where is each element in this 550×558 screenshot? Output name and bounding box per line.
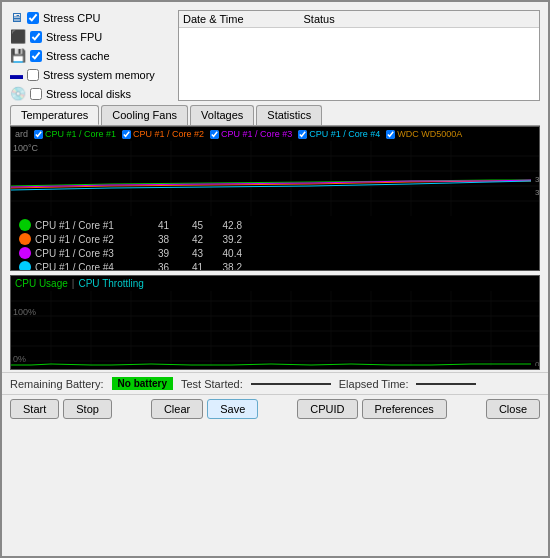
stress-memory-label: Stress system memory: [43, 69, 155, 81]
tab-cooling-fans[interactable]: Cooling Fans: [101, 105, 188, 125]
core1-cur: 42.8: [207, 220, 242, 231]
stress-disk-checkbox[interactable]: [30, 88, 42, 100]
legend-core2-label: CPU #1 / Core #2: [133, 129, 204, 139]
table-row: CPU #1 / Core #1 41 45 42.8: [15, 218, 539, 232]
core2-min: 38: [139, 234, 169, 245]
legend-core3: CPU #1 / Core #3: [210, 129, 292, 139]
stress-memory-checkbox[interactable]: [27, 69, 39, 81]
close-button[interactable]: Close: [486, 399, 540, 419]
table-row: CPU #1 / Core #3 39 43 40.4: [15, 246, 539, 260]
test-started-value: [251, 383, 331, 385]
legend-core1-check[interactable]: [34, 130, 43, 139]
test-started-label: Test Started:: [181, 378, 243, 390]
cpu-chart-svg: 0%: [11, 291, 539, 366]
stop-button[interactable]: Stop: [63, 399, 112, 419]
cpu-usage-label: CPU Usage: [15, 278, 68, 289]
log-col2: Status: [304, 13, 335, 25]
core4-cur: 38.2: [207, 262, 242, 272]
core3-max: 43: [173, 248, 203, 259]
tab-statistics[interactable]: Statistics: [256, 105, 322, 125]
stress-memory-item: ▬ Stress system memory: [10, 67, 170, 82]
core3-icon: [19, 247, 31, 259]
stress-cpu-label: Stress CPU: [43, 12, 100, 24]
cpu-usage-title: CPU Usage | CPU Throttling: [11, 276, 539, 291]
temp-chart-area: 100°C: [11, 141, 539, 216]
cpu-chart-area: 100% 0%: [11, 291, 539, 366]
elapsed-label: Elapsed Time:: [339, 378, 409, 390]
core1-max: 45: [173, 220, 203, 231]
legend-core1: CPU #1 / Core #1: [34, 129, 116, 139]
cpu-throttling-label: CPU Throttling: [78, 278, 143, 289]
log-header: Date & Time Status: [179, 11, 539, 28]
legend-core2-check[interactable]: [122, 130, 131, 139]
legend-core2: CPU #1 / Core #2: [122, 129, 204, 139]
battery-value: No battery: [112, 377, 173, 390]
legend-core3-check[interactable]: [210, 130, 219, 139]
table-row: CPU #1 / Core #2 38 42 39.2: [15, 232, 539, 246]
temp-chart-svg: 39 39: [11, 141, 539, 216]
legend-wdc: WDC WD5000A: [386, 129, 462, 139]
preferences-button[interactable]: Preferences: [362, 399, 447, 419]
svg-text:39: 39: [535, 175, 539, 184]
elapsed-value: [416, 383, 476, 385]
legend-wdc-label: WDC WD5000A: [397, 129, 462, 139]
save-button[interactable]: Save: [207, 399, 258, 419]
log-body: [179, 28, 539, 100]
cache-icon: 💾: [10, 48, 26, 63]
cpu-usage-sep: |: [72, 278, 75, 289]
tabs-row: Temperatures Cooling Fans Voltages Stati…: [10, 105, 540, 126]
stress-cpu-checkbox[interactable]: [27, 12, 39, 24]
core1-name: CPU #1 / Core #1: [35, 220, 135, 231]
bottom-bar: Start Stop Clear Save CPUID Preferences …: [2, 394, 548, 423]
tab-voltages[interactable]: Voltages: [190, 105, 254, 125]
stress-fpu-label: Stress FPU: [46, 31, 102, 43]
core3-name: CPU #1 / Core #3: [35, 248, 135, 259]
legend-wdc-check[interactable]: [386, 130, 395, 139]
disk-icon: 💿: [10, 86, 26, 101]
memory-icon: ▬: [10, 67, 23, 82]
stress-cpu-item: 🖥 Stress CPU: [10, 10, 170, 25]
stress-disk-label: Stress local disks: [46, 88, 131, 100]
monitor-legend: ard CPU #1 / Core #1 CPU #1 / Core #2 CP…: [11, 127, 539, 141]
stress-cache-checkbox[interactable]: [30, 50, 42, 62]
core2-cur: 39.2: [207, 234, 242, 245]
fpu-icon: ⬛: [10, 29, 26, 44]
svg-text:0%: 0%: [535, 360, 539, 366]
core4-max: 41: [173, 262, 203, 272]
cpu-icon: 🖥: [10, 10, 23, 25]
clear-button[interactable]: Clear: [151, 399, 203, 419]
core1-icon: [19, 219, 31, 231]
legend-core3-label: CPU #1 / Core #3: [221, 129, 292, 139]
legend-core4-label: CPU #1 / Core #4: [309, 129, 380, 139]
legend-core4-check[interactable]: [298, 130, 307, 139]
log-col1: Date & Time: [183, 13, 244, 25]
legend-core4: CPU #1 / Core #4: [298, 129, 380, 139]
legend-core1-label: CPU #1 / Core #1: [45, 129, 116, 139]
stress-fpu-item: ⬛ Stress FPU: [10, 29, 170, 44]
temp-monitor: ard CPU #1 / Core #1 CPU #1 / Core #2 CP…: [10, 126, 540, 271]
checkboxes-panel: 🖥 Stress CPU ⬛ Stress FPU 💾 Stress cache…: [10, 10, 170, 101]
stress-cache-label: Stress cache: [46, 50, 110, 62]
table-row: CPU #1 / Core #4 36 41 38.2: [15, 260, 539, 271]
start-button[interactable]: Start: [10, 399, 59, 419]
core4-name: CPU #1 / Core #4: [35, 262, 135, 272]
legend-label-board: ard: [15, 129, 28, 139]
stress-fpu-checkbox[interactable]: [30, 31, 42, 43]
top-section: 🖥 Stress CPU ⬛ Stress FPU 💾 Stress cache…: [2, 2, 548, 105]
tabs-section: Temperatures Cooling Fans Voltages Stati…: [2, 105, 548, 126]
log-panel: Date & Time Status: [178, 10, 540, 101]
tab-temperatures[interactable]: Temperatures: [10, 105, 99, 125]
temp-grid: CPU #1 / Core #1 41 45 42.8 CPU #1 / Cor…: [11, 216, 539, 271]
cpuid-button[interactable]: CPUID: [297, 399, 357, 419]
svg-text:39: 39: [535, 188, 539, 197]
core4-icon: [19, 261, 31, 271]
core2-name: CPU #1 / Core #2: [35, 234, 135, 245]
core4-min: 36: [139, 262, 169, 272]
stress-cache-item: 💾 Stress cache: [10, 48, 170, 63]
core2-max: 42: [173, 234, 203, 245]
core3-min: 39: [139, 248, 169, 259]
core3-cur: 40.4: [207, 248, 242, 259]
core1-min: 41: [139, 220, 169, 231]
cpu-usage-section: CPU Usage | CPU Throttling 100% 0%: [10, 275, 540, 370]
main-window: 🖥 Stress CPU ⬛ Stress FPU 💾 Stress cache…: [0, 0, 550, 558]
